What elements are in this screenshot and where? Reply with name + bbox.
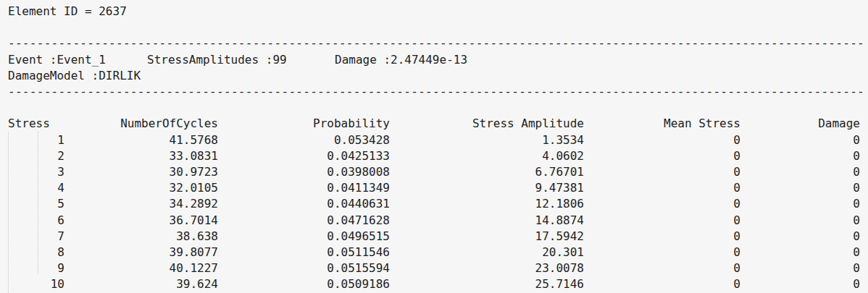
header-cell-damage: Damage <box>740 116 860 132</box>
damage-model-line: DamageModel :DIRLIK <box>8 68 141 84</box>
cell-damage: 0 <box>740 132 860 148</box>
table-row: 636.70140.047162814.887400 <box>8 213 860 229</box>
cell-probability: 0.0511546 <box>218 245 390 260</box>
header-cell-probability: Probability <box>218 116 390 132</box>
cell-stress: 1 <box>8 132 64 148</box>
cell-probability: 0.0496515 <box>218 229 390 245</box>
cell-damage: 0 <box>740 196 860 212</box>
header-cell-stress: Stress <box>8 116 64 132</box>
cell-damage: 0 <box>740 229 860 245</box>
table-row: 534.28920.044063112.180600 <box>8 196 860 212</box>
cell-stress: 10 <box>8 276 64 292</box>
cell-probability: 0.0440631 <box>218 196 390 212</box>
table-row: 1039.6240.050918625.714600 <box>8 276 860 292</box>
cell-mean-stress: 0 <box>584 260 740 276</box>
cell-number-of-cycles: 36.7014 <box>64 213 218 229</box>
cell-probability: 0.0515594 <box>218 260 390 276</box>
cell-mean-stress: 0 <box>584 213 740 229</box>
cell-stress-amplitude: 14.8874 <box>390 213 584 229</box>
cell-damage: 0 <box>740 180 860 196</box>
cell-mean-stress: 0 <box>584 196 740 212</box>
event-name: Event :Event_1 <box>8 52 106 68</box>
separator-line-bottom: ----------------------------------------… <box>8 84 863 100</box>
cell-damage: 0 <box>740 164 860 180</box>
cell-mean-stress: 0 <box>584 148 740 164</box>
cell-number-of-cycles: 34.2892 <box>64 196 218 212</box>
cell-damage: 0 <box>740 260 860 276</box>
cell-mean-stress: 0 <box>584 229 740 245</box>
cell-mean-stress: 0 <box>584 164 740 180</box>
element-id-line: Element ID = 2637 <box>8 4 127 20</box>
cell-number-of-cycles: 39.8077 <box>64 245 218 260</box>
cell-stress-amplitude: 20.301 <box>390 245 584 260</box>
cell-stress: 7 <box>8 229 64 245</box>
cell-mean-stress: 0 <box>584 245 740 260</box>
table-row: 330.97230.03980086.7670100 <box>8 164 860 180</box>
table-row: 738.6380.049651517.594200 <box>8 229 860 245</box>
cell-number-of-cycles: 32.0105 <box>64 180 218 196</box>
header-cell-number-of-cycles: NumberOfCycles <box>64 116 218 132</box>
cell-mean-stress: 0 <box>584 276 740 292</box>
event-damage-total: Damage :2.47449e-13 <box>335 52 467 68</box>
cell-number-of-cycles: 40.1227 <box>64 260 218 276</box>
table-row: 141.57680.0534281.353400 <box>8 132 860 148</box>
table-header-row: StressNumberOfCyclesProbabilityStress Am… <box>8 116 860 132</box>
cell-probability: 0.053428 <box>218 132 390 148</box>
cell-stress-amplitude: 1.3534 <box>390 132 584 148</box>
cell-probability: 0.0509186 <box>218 276 390 292</box>
table-row: 432.01050.04113499.4738100 <box>8 180 860 196</box>
cell-number-of-cycles: 41.5768 <box>64 132 218 148</box>
table-row: 940.12270.051559423.007800 <box>8 260 860 276</box>
cell-stress: 9 <box>8 260 64 276</box>
cell-stress-amplitude: 6.76701 <box>390 164 584 180</box>
table-row: 839.80770.051154620.30100 <box>8 245 860 260</box>
cell-stress-amplitude: 12.1806 <box>390 196 584 212</box>
cell-stress: 6 <box>8 213 64 229</box>
cell-stress-amplitude: 25.7146 <box>390 276 584 292</box>
stress-amplitudes-count: StressAmplitudes :99 <box>147 52 287 68</box>
indent-guide-inner <box>38 132 38 273</box>
cell-damage: 0 <box>740 245 860 260</box>
cell-number-of-cycles: 38.638 <box>64 229 218 245</box>
cell-damage: 0 <box>740 276 860 292</box>
cell-probability: 0.0471628 <box>218 213 390 229</box>
cell-probability: 0.0411349 <box>218 180 390 196</box>
cell-probability: 0.0398008 <box>218 164 390 180</box>
cell-damage: 0 <box>740 148 860 164</box>
cell-stress-amplitude: 17.5942 <box>390 229 584 245</box>
cell-mean-stress: 0 <box>584 132 740 148</box>
cell-stress: 2 <box>8 148 64 164</box>
cell-number-of-cycles: 39.624 <box>64 276 218 292</box>
cell-stress-amplitude: 23.0078 <box>390 260 584 276</box>
cell-number-of-cycles: 33.0831 <box>64 148 218 164</box>
cell-stress: 8 <box>8 245 64 260</box>
cell-stress-amplitude: 4.0602 <box>390 148 584 164</box>
table-row: 233.08310.04251334.060200 <box>8 148 860 164</box>
header-cell-mean-stress: Mean Stress <box>584 116 740 132</box>
event-info-line: Event :Event_1 StressAmplitudes :99 Dama… <box>8 52 863 68</box>
header-cell-stress-amplitude: Stress Amplitude <box>390 116 584 132</box>
cell-stress-amplitude: 9.47381 <box>390 180 584 196</box>
indent-guide-outer <box>8 132 9 293</box>
cell-stress: 4 <box>8 180 64 196</box>
cell-mean-stress: 0 <box>584 180 740 196</box>
log-output-pane: Element ID = 2637 ----------------------… <box>0 0 868 293</box>
cell-stress: 3 <box>8 164 64 180</box>
separator-line-top: ----------------------------------------… <box>8 35 863 51</box>
cell-probability: 0.0425133 <box>218 148 390 164</box>
cell-stress: 5 <box>8 196 64 212</box>
cell-number-of-cycles: 30.9723 <box>64 164 218 180</box>
cell-damage: 0 <box>740 213 860 229</box>
